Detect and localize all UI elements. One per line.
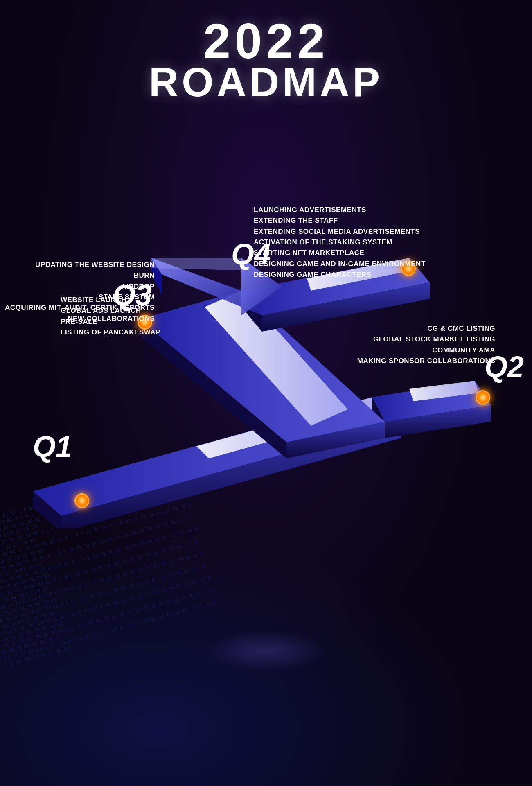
q2-text: CG & CMC LISTING GLOBAL STOCK MARKET LIS… [357,323,495,366]
q4-item-5: STARTING NFT MARKETPLACE [254,248,426,258]
q4-item-1: LAUNCHING ADVERTISEMENTS [254,205,426,215]
q3-item-5: ACQUIRING MIT, AUDIT, CERTIK REPORTS [5,303,155,313]
glow-effect [205,630,327,671]
binary-text: 10 01 00 1 0 10 01 10 01 10 1 0 01 10 0 … [0,499,246,766]
q2-item-1: CG & CMC LISTING [357,323,495,334]
title-roadmap: ROADMAP [0,61,532,102]
q3-item-6: NEW COLLABORATIONS [5,314,155,324]
title-year: 2022 [0,16,532,66]
q3-item-2: BURN [5,270,155,281]
q4-item-6: DESIGNING GAME AND IN-GAME ENVIRONMENT [254,259,426,269]
q4-item-4: ACTIVATION OF THE STAKING SYSTEM [254,237,426,248]
q3-item-1: UPDATING THE WEBSITE DESIGN [5,260,155,270]
q1-dot [74,493,89,508]
q4-text: LAUNCHING ADVERTISEMENTS EXTENDING THE S… [254,205,426,280]
q3-item-4: STAKE SYSTEM [5,292,155,303]
q4-item-2: EXTENDING THE STAFF [254,215,426,226]
q3-text: UPDATING THE WEBSITE DESIGN BURN AIRDROP… [5,260,155,324]
q4-item-3: EXTENDING SOCIAL MEDIA ADVERTISEMENTS [254,226,426,237]
q3-item-3: AIRDROP [5,281,155,292]
q2-item-3: COMMUNITY AMA [357,345,495,356]
q2-dot [476,390,490,405]
q4-item-7: DESIGNING GAME CHARACTERS [254,269,426,280]
svg-marker-19 [151,258,241,270]
q1-label: Q1 [33,430,72,463]
q2-item-4: MAKING SPONSOR COLLABORATIONS [357,356,495,366]
q2-item-2: GLOBAL STOCK MARKET LISTING [357,334,495,345]
title-section: 2022 ROADMAP [0,16,532,102]
